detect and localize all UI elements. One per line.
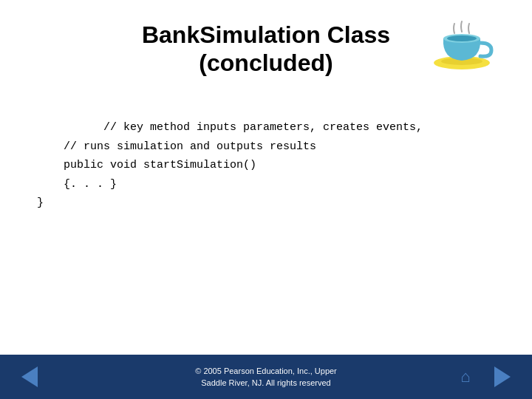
forward-arrow-icon: [494, 366, 511, 387]
title-line2: (concluded): [199, 50, 332, 76]
footer-line1: © 2005 Pearson Education, Inc., Upper: [195, 366, 337, 375]
code-line-1: // key method inputs parameters, creates…: [77, 121, 423, 134]
slide: BankSimulation Class (concluded): [0, 0, 532, 399]
code-block: // key method inputs parameters, creates…: [37, 100, 495, 232]
code-line-3: public void startSimulation(): [37, 159, 256, 171]
slide-content: // key method inputs parameters, creates…: [0, 85, 532, 355]
nav-forward-button[interactable]: [488, 362, 517, 392]
title-line1: BankSimulation Class: [142, 21, 390, 48]
coffee-cup-image: [429, 7, 488, 66]
slide-footer: © 2005 Pearson Education, Inc., Upper Sa…: [0, 355, 532, 399]
slide-header: BankSimulation Class (concluded): [0, 0, 532, 85]
home-icon: ⌂: [460, 367, 470, 386]
code-line-4: {. . . }: [37, 178, 117, 191]
footer-copyright: © 2005 Pearson Education, Inc., Upper Sa…: [195, 365, 337, 389]
nav-home-button[interactable]: ⌂: [451, 362, 480, 392]
code-line-2: // runs simulation and outputs results: [37, 140, 316, 153]
footer-line2: Saddle River, NJ. All rights reserved: [201, 378, 330, 387]
code-line-5: }: [37, 197, 44, 209]
back-arrow-icon: [21, 366, 38, 387]
nav-back-button[interactable]: [15, 362, 44, 392]
slide-title: BankSimulation Class (concluded): [59, 21, 473, 78]
svg-point-3: [447, 35, 477, 41]
